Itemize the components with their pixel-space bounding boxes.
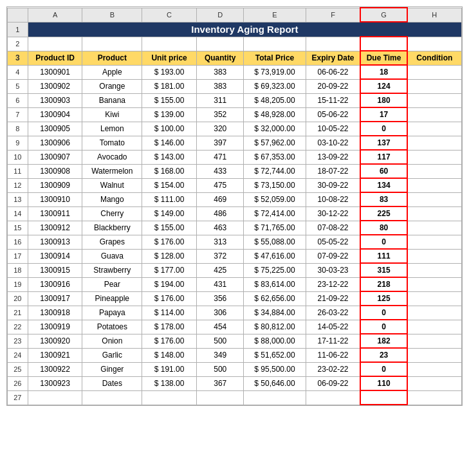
cell-product-id: 1300905 [28, 122, 82, 136]
cell-unit-price: $ 191.00 [142, 362, 197, 376]
table-row: 20 1300917 Pineapple $ 176.00 356 $ 62,6… [8, 291, 462, 306]
cell-product: Grapes [82, 235, 142, 249]
row-num-12: 12 [8, 178, 28, 192]
column-header-row: A B C D E F G H [8, 8, 462, 22]
header-product-id: Product ID [28, 51, 82, 65]
cell-expiry-date: 03-10-22 [306, 136, 360, 150]
row-num-20: 20 [8, 291, 28, 306]
table-row: 24 1300921 Garlic $ 148.00 349 $ 51,652.… [8, 348, 462, 362]
cell-quantity: 383 [196, 79, 244, 93]
cell-expiry-date: 18-07-22 [306, 164, 360, 178]
cell-product: Kiwi [82, 107, 142, 122]
cell-condition [407, 93, 462, 107]
table-row: 14 1300911 Cherry $ 149.00 486 $ 72,414.… [8, 206, 462, 221]
cell-total-price: $ 51,652.00 [244, 348, 306, 362]
cell-due-time: 0 [360, 362, 407, 376]
cell-product: Pear [82, 277, 142, 291]
table-row: 7 1300904 Kiwi $ 139.00 352 $ 48,928.00 … [8, 107, 462, 122]
cell-unit-price: $ 155.00 [142, 221, 197, 235]
cell-expiry-date: 13-09-22 [306, 150, 360, 164]
cell-condition [407, 136, 462, 150]
cell-condition [407, 221, 462, 235]
cell-total-price: $ 57,962.00 [244, 136, 306, 150]
table-row: 12 1300909 Walnut $ 154.00 475 $ 73,150.… [8, 178, 462, 192]
cell-due-time: 83 [360, 192, 407, 206]
cell-due-time: 117 [360, 150, 407, 164]
cell-quantity: 313 [196, 235, 244, 249]
cell-unit-price: $ 146.00 [142, 136, 197, 150]
cell-product: Walnut [82, 178, 142, 192]
cell-expiry-date: 21-09-22 [306, 291, 360, 306]
title-row: 1 Inventory Aging Report [8, 22, 462, 37]
row-27-num: 27 [8, 390, 28, 405]
table-row: 18 1300915 Strawberry $ 177.00 425 $ 75,… [8, 263, 462, 277]
cell-quantity: 397 [196, 136, 244, 150]
cell-expiry-date: 07-08-22 [306, 221, 360, 235]
cell-unit-price: $ 193.00 [142, 65, 197, 79]
cell-condition [407, 277, 462, 291]
cell-total-price: $ 72,744.00 [244, 164, 306, 178]
col-d-header: D [196, 8, 244, 22]
cell-unit-price: $ 111.00 [142, 192, 197, 206]
cell-expiry-date: 05-05-22 [306, 235, 360, 249]
table-row: 4 1300901 Apple $ 193.00 383 $ 73,919.00… [8, 65, 462, 79]
cell-product-id: 1300917 [28, 291, 82, 306]
cell-product-id: 1300903 [28, 93, 82, 107]
cell-product-id: 1300902 [28, 79, 82, 93]
row-2: 2 [8, 37, 462, 51]
cell-quantity: 372 [196, 249, 244, 263]
table-row: 13 1300910 Mango $ 111.00 469 $ 52,059.0… [8, 192, 462, 206]
cell-product: Strawberry [82, 263, 142, 277]
cell-expiry-date: 23-02-22 [306, 362, 360, 376]
cell-product: Dates [82, 376, 142, 390]
table-row: 6 1300903 Banana $ 155.00 311 $ 48,205.0… [8, 93, 462, 107]
cell-expiry-date: 17-11-22 [306, 334, 360, 348]
cell-product: Apple [82, 65, 142, 79]
cell-condition [407, 376, 462, 390]
row-num-21: 21 [8, 306, 28, 320]
cell-product: Ginger [82, 362, 142, 376]
cell-unit-price: $ 139.00 [142, 107, 197, 122]
cell-total-price: $ 71,765.00 [244, 221, 306, 235]
cell-quantity: 349 [196, 348, 244, 362]
row-num-9: 9 [8, 136, 28, 150]
col-c-header: C [142, 8, 197, 22]
cell-condition [407, 150, 462, 164]
cell-condition [407, 79, 462, 93]
cell-product-id: 1300915 [28, 263, 82, 277]
cell-total-price: $ 32,000.00 [244, 122, 306, 136]
cell-unit-price: $ 181.00 [142, 79, 197, 93]
row-num-8: 8 [8, 122, 28, 136]
cell-condition [407, 334, 462, 348]
cell-total-price: $ 80,812.00 [244, 320, 306, 334]
row-num-18: 18 [8, 263, 28, 277]
cell-total-price: $ 73,919.00 [244, 65, 306, 79]
header-total-price: Total Price [244, 51, 306, 65]
col-g-header: G [360, 8, 407, 22]
cell-due-time: 225 [360, 206, 407, 221]
cell-product: Lemon [82, 122, 142, 136]
cell-condition [407, 178, 462, 192]
row-num-22: 22 [8, 320, 28, 334]
cell-due-time: 0 [360, 320, 407, 334]
table-header-row: 3 Product ID Product Unit price Quantity… [8, 51, 462, 65]
cell-due-time: 17 [360, 107, 407, 122]
cell-total-price: $ 75,225.00 [244, 263, 306, 277]
table-row: 16 1300913 Grapes $ 176.00 313 $ 55,088.… [8, 235, 462, 249]
cell-due-time: 134 [360, 178, 407, 192]
row-num-16: 16 [8, 235, 28, 249]
cell-quantity: 306 [196, 306, 244, 320]
cell-total-price: $ 67,353.00 [244, 150, 306, 164]
cell-total-price: $ 50,646.00 [244, 376, 306, 390]
cell-product-id: 1300904 [28, 107, 82, 122]
cell-product: Avocado [82, 150, 142, 164]
row-2-num: 2 [8, 37, 28, 51]
cell-due-time: 182 [360, 334, 407, 348]
cell-condition [407, 263, 462, 277]
cell-due-time: 137 [360, 136, 407, 150]
cell-condition [407, 65, 462, 79]
cell-quantity: 500 [196, 362, 244, 376]
table-row: 23 1300920 Onion $ 176.00 500 $ 88,000.0… [8, 334, 462, 348]
cell-quantity: 367 [196, 376, 244, 390]
cell-condition [407, 164, 462, 178]
